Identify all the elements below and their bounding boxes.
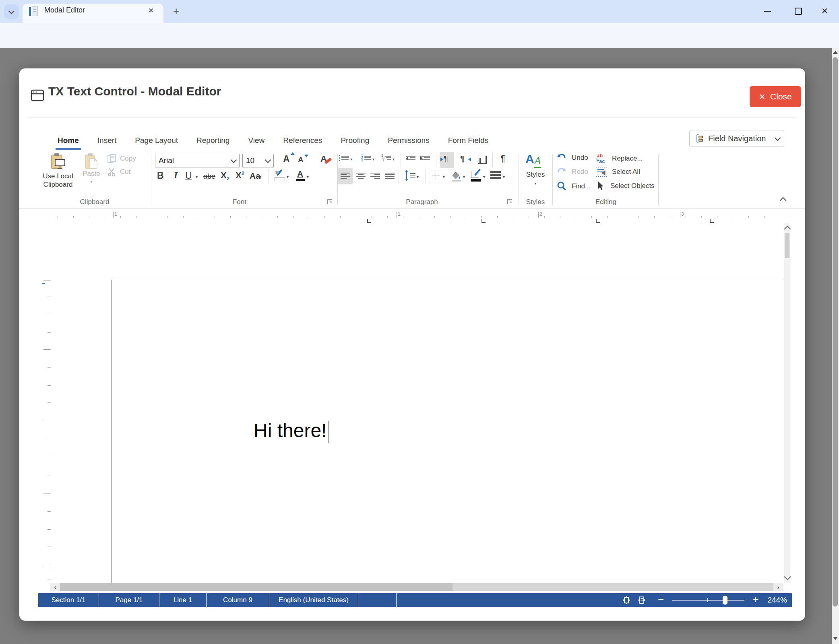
select-objects-button[interactable]: Select Objects: [597, 181, 655, 191]
scroll-left-button[interactable]: ‹: [50, 583, 60, 591]
text-frame-dropdown[interactable]: ▾: [483, 175, 485, 179]
ltr-paragraph-button[interactable]: ¶: [440, 152, 454, 168]
shading-dropdown[interactable]: ▾: [463, 175, 465, 179]
shading-button[interactable]: [451, 170, 462, 182]
font-size-select[interactable]: 10: [242, 154, 274, 167]
grow-font-button[interactable]: A: [283, 154, 295, 167]
styles-button[interactable]: A A Styles ▾: [521, 152, 550, 186]
collapse-ribbon-button[interactable]: [780, 197, 787, 204]
scroll-down-icon[interactable]: [784, 574, 791, 580]
use-local-clipboard-button[interactable]: Use Local Clipboard: [40, 153, 76, 189]
text-direction-icon[interactable]: [478, 156, 487, 164]
increase-indent-button[interactable]: [420, 155, 430, 161]
editor-hscroll-thumb[interactable]: [60, 583, 453, 591]
font-family-select[interactable]: Arial: [155, 154, 240, 167]
tab-search-button[interactable]: [4, 4, 19, 19]
status-line[interactable]: Line 1: [159, 593, 207, 607]
page-scrollbar[interactable]: [832, 48, 839, 644]
field-navigation-button[interactable]: Field Navigation: [689, 130, 784, 147]
shrink-font-button[interactable]: A: [298, 155, 309, 167]
scroll-right-button[interactable]: ›: [773, 583, 783, 591]
fit-page-icon[interactable]: [622, 595, 631, 605]
italic-button[interactable]: I: [174, 170, 178, 181]
new-tab-button[interactable]: +: [173, 5, 179, 17]
tab-form-fields[interactable]: Form Fields: [439, 133, 498, 150]
redo-button[interactable]: Redo: [556, 167, 588, 177]
bold-button[interactable]: B: [157, 170, 164, 181]
line-spacing-dropdown[interactable]: ▾: [417, 175, 419, 179]
highlight-dropdown[interactable]: ▾: [287, 175, 289, 179]
align-right-button[interactable]: [370, 171, 380, 180]
tab-page-layout[interactable]: Page Layout: [126, 133, 187, 150]
select-all-button[interactable]: Select All: [596, 167, 640, 177]
tab-close-icon[interactable]: ✕: [148, 6, 154, 15]
replace-button[interactable]: ab ac ↳ Replace...: [596, 153, 643, 164]
scroll-down-icon[interactable]: [833, 637, 838, 640]
rtl-paragraph-button[interactable]: ¶: [458, 152, 472, 168]
scroll-up-icon[interactable]: [784, 226, 791, 233]
text-frame-button[interactable]: [471, 170, 483, 183]
zoom-out-button[interactable]: −: [658, 593, 664, 606]
justify-button[interactable]: [385, 171, 395, 180]
status-page[interactable]: Page 1/1: [99, 593, 159, 607]
status-language[interactable]: English (United States): [269, 593, 358, 607]
font-color-button[interactable]: A: [296, 170, 306, 183]
paste-button[interactable]: Paste ▾: [80, 153, 103, 184]
bullet-list-dropdown[interactable]: ▾: [350, 157, 352, 161]
multilevel-list-dropdown[interactable]: ▾: [393, 157, 395, 161]
tab-insert[interactable]: Insert: [88, 133, 126, 150]
bullet-list-button[interactable]: [339, 155, 349, 161]
font-color-dropdown[interactable]: ▾: [307, 175, 309, 179]
highlight-button[interactable]: ab: [275, 170, 286, 183]
tab-reporting[interactable]: Reporting: [187, 133, 239, 150]
borders-button[interactable]: [431, 171, 441, 181]
underline-dropdown[interactable]: ▾: [196, 175, 198, 179]
status-section[interactable]: Section 1/1: [38, 593, 99, 607]
document-canvas[interactable]: [19, 209, 784, 583]
tab-permissions[interactable]: Permissions: [378, 133, 438, 150]
pattern-dropdown[interactable]: ▾: [503, 175, 505, 179]
tab-references[interactable]: References: [274, 133, 331, 150]
status-column[interactable]: Column 9: [207, 593, 269, 607]
undo-button[interactable]: Undo: [556, 153, 588, 163]
fit-width-icon[interactable]: [637, 595, 647, 605]
window-maximize-button[interactable]: [795, 8, 802, 15]
subscript-button[interactable]: X2: [221, 170, 229, 182]
zoom-in-button[interactable]: +: [752, 593, 758, 606]
tab-view[interactable]: View: [239, 133, 274, 150]
zoom-slider[interactable]: [672, 600, 744, 601]
line-spacing-button[interactable]: [405, 171, 416, 182]
align-center-button[interactable]: [356, 171, 366, 180]
numbered-list-dropdown[interactable]: ▾: [372, 157, 374, 161]
borders-dropdown[interactable]: ▾: [443, 175, 445, 179]
window-close-button[interactable]: ✕: [821, 6, 828, 16]
editor-horizontal-scrollbar[interactable]: ‹ ›: [50, 583, 783, 591]
superscript-button[interactable]: X2: [236, 170, 244, 181]
scroll-up-icon[interactable]: [833, 51, 838, 54]
editor-vscroll-thumb[interactable]: [785, 233, 789, 258]
decrease-indent-button[interactable]: [406, 155, 415, 161]
copy-button[interactable]: Copy: [107, 154, 136, 163]
modal-close-button[interactable]: ✕ Close: [750, 86, 801, 107]
change-case-dropdown[interactable]: ▾: [259, 175, 261, 179]
tab-proofing[interactable]: Proofing: [331, 133, 378, 150]
font-dialog-launcher[interactable]: ↘: [327, 199, 332, 204]
formatting-marks-button[interactable]: ¶: [500, 153, 505, 164]
underline-button[interactable]: U: [185, 170, 192, 181]
browser-tab[interactable]: [23, 4, 163, 23]
tab-home[interactable]: Home: [48, 133, 88, 150]
pattern-button[interactable]: [490, 171, 501, 181]
numbered-list-button[interactable]: 1 2 3: [361, 155, 371, 161]
strikethrough-button[interactable]: abe: [203, 172, 215, 181]
editor-vertical-scrollbar[interactable]: [784, 223, 790, 583]
find-button[interactable]: Find...: [556, 181, 591, 192]
cut-button[interactable]: Cut: [107, 167, 130, 177]
align-left-button[interactable]: [338, 168, 353, 184]
clear-formatting-button[interactable]: A: [320, 154, 333, 167]
window-minimize-button[interactable]: [764, 11, 771, 12]
multilevel-list-button[interactable]: 1 a i: [381, 155, 392, 161]
zoom-slider-thumb[interactable]: [723, 596, 727, 605]
document-text[interactable]: Hi there!: [254, 419, 327, 442]
page-scrollbar-thumb[interactable]: [833, 57, 838, 607]
change-case-button[interactable]: Aa: [250, 171, 260, 181]
